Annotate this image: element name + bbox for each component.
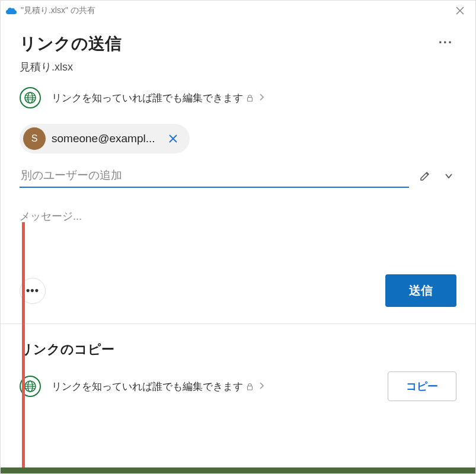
- send-button[interactable]: 送信: [385, 274, 456, 307]
- message-input[interactable]: [20, 209, 456, 245]
- chevron-down-icon: [445, 173, 453, 179]
- bottom-accent-bar: [1, 467, 475, 473]
- close-button[interactable]: [451, 1, 469, 20]
- edit-permission-button[interactable]: [415, 166, 435, 186]
- copy-link-section: リンクのコピー リンクを知っていれば誰でも編集できます: [20, 324, 456, 401]
- copy-link-row: リンクを知っていれば誰でも編集できます: [20, 371, 456, 401]
- copy-button[interactable]: コピー: [388, 371, 456, 401]
- copy-permission-label: リンクを知っていれば誰でも編集できます: [52, 380, 243, 393]
- copy-permission-text: リンクを知っていれば誰でも編集できます: [52, 380, 264, 393]
- svg-rect-7: [248, 386, 253, 390]
- dialog-heading: リンクの送信: [20, 33, 122, 55]
- onedrive-icon: [5, 5, 17, 17]
- chevron-right-icon: [259, 93, 264, 103]
- copy-link-heading: リンクのコピー: [20, 341, 456, 358]
- action-row: ••• 送信: [20, 274, 456, 324]
- avatar: S: [23, 127, 46, 150]
- recipient-area: S someone@exampl...: [20, 108, 456, 153]
- remove-recipient-button[interactable]: [165, 130, 181, 147]
- header-row: リンクの送信 ···: [20, 33, 456, 55]
- add-user-row: [20, 164, 456, 188]
- recipient-email: someone@exampl...: [52, 132, 155, 145]
- permission-label: リンクを知っていれば誰でも編集できます: [52, 91, 243, 105]
- pencil-icon: [419, 170, 431, 182]
- lock-icon: [247, 94, 253, 102]
- permission-dropdown-button[interactable]: [441, 166, 456, 186]
- filename-label: 見積り.xlsx: [20, 60, 456, 74]
- dialog-content: リンクの送信 ··· 見積り.xlsx リンクを知っていれば誰でも編集できます: [1, 21, 475, 401]
- add-user-input[interactable]: [20, 164, 409, 188]
- svg-rect-3: [248, 97, 253, 101]
- annotation-marker: [22, 222, 25, 471]
- link-permission-row[interactable]: リンクを知っていれば誰でも編集できます: [20, 87, 456, 108]
- share-dialog: "見積り.xlsx" の共有 リンクの送信 ··· 見積り.xlsx: [0, 0, 476, 474]
- close-icon: [168, 134, 178, 143]
- recipient-chip[interactable]: S someone@exampl...: [20, 124, 190, 153]
- chevron-right-icon: [259, 382, 264, 391]
- copy-permission-row[interactable]: リンクを知っていれば誰でも編集できます: [20, 376, 377, 397]
- more-options-button[interactable]: ···: [435, 33, 456, 53]
- lock-icon: [247, 383, 253, 390]
- permission-text: リンクを知っていれば誰でも編集できます: [52, 91, 264, 105]
- close-icon: [456, 7, 464, 15]
- titlebar: "見積り.xlsx" の共有: [1, 1, 475, 21]
- globe-icon: [20, 87, 41, 108]
- window-title: "見積り.xlsx" の共有: [21, 5, 451, 16]
